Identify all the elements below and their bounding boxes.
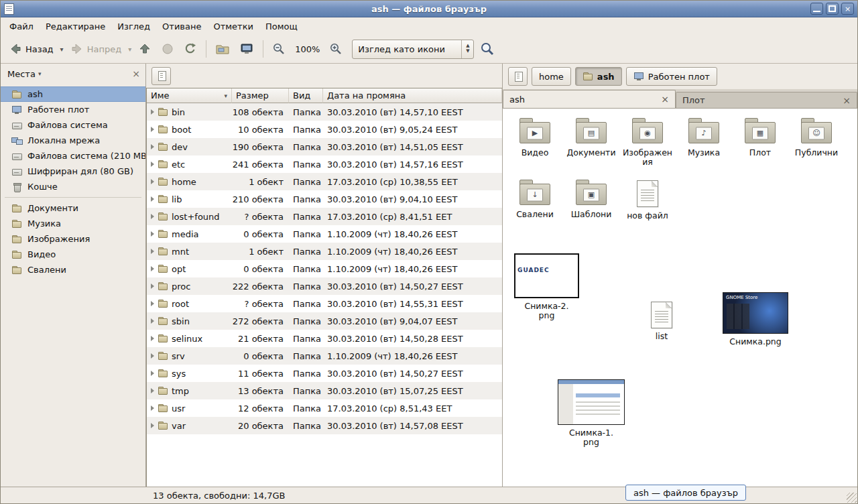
tree-row[interactable]: lib 210 обекта Папка 30.03.2010 (вт) 9,0…	[147, 190, 502, 208]
tree-row[interactable]: tmp 13 обекта Папка 30.03.2010 (вт) 15,0…	[147, 382, 502, 399]
expander-icon[interactable]	[151, 127, 154, 132]
sidebar-item-filesystem[interactable]: Файлова система	[1, 117, 145, 133]
tree-row[interactable]: sbin 272 обекта Папка 30.03.2010 (вт) 9,…	[147, 312, 502, 330]
expander-icon[interactable]	[151, 214, 154, 219]
tree-panel-button[interactable]	[151, 67, 171, 85]
expander-icon[interactable]	[151, 388, 154, 393]
tree-row[interactable]: proc 222 обекта Папка 30.03.2010 (вт) 14…	[147, 277, 502, 295]
sidebar-item-pictures[interactable]: Изображения	[1, 231, 145, 247]
menu-item[interactable]: Отметки	[207, 19, 259, 34]
column-header-date[interactable]: Дата на промяна	[323, 88, 502, 103]
expander-icon[interactable]	[151, 109, 154, 115]
expander-icon[interactable]	[151, 179, 154, 184]
expander-icon[interactable]	[151, 196, 154, 202]
sidebar-title[interactable]: Места	[7, 69, 36, 79]
tab-close-icon[interactable]: ×	[843, 95, 851, 106]
forward-history-dropdown[interactable]: ▾	[127, 43, 133, 56]
expander-icon[interactable]	[151, 144, 154, 149]
titlebar[interactable]: ash — файлов браузър ×	[1, 1, 857, 17]
icon-view-file-new[interactable]: нов файл	[619, 177, 676, 230]
sidebar-item-desktop[interactable]: Работен плот	[1, 102, 145, 117]
sidebar-item-documents[interactable]: Документи	[1, 200, 145, 216]
menu-item[interactable]: Отиване	[156, 19, 207, 34]
expander-icon[interactable]	[151, 301, 154, 306]
tree-row[interactable]: lost+found ? обекта Папка 17.03.2010 (ср…	[147, 208, 502, 225]
menu-item[interactable]: Изглед	[111, 19, 156, 34]
tree-row[interactable]: dev 190 обекта Папка 30.03.2010 (вт) 14,…	[147, 138, 502, 155]
tree-row[interactable]: selinux 21 обекта Папка 30.03.2010 (вт) …	[147, 330, 502, 347]
spinner-arrows-icon[interactable]: ▲ ▼	[461, 40, 473, 58]
sidebar-close-icon[interactable]: ×	[132, 68, 140, 79]
tab-ash[interactable]: ash ×	[503, 90, 676, 108]
maximize-button[interactable]	[826, 3, 839, 15]
tree-row[interactable]: usr 12 обекта Папка 17.03.2010 (ср) 8,51…	[147, 399, 502, 417]
icon-view-folder[interactable]: ◉ Изображения	[619, 115, 676, 177]
menu-item[interactable]: Редактиране	[40, 19, 111, 34]
expander-icon[interactable]	[151, 336, 154, 341]
expander-icon[interactable]	[151, 162, 154, 167]
sidebar-item-videos[interactable]: Видео	[1, 247, 145, 262]
tab-plot[interactable]: Плот ×	[676, 92, 857, 108]
tree-row[interactable]: home 1 обект Папка 17.03.2010 (ср) 10,38…	[147, 173, 502, 190]
sidebar-item-filesystem-210mb[interactable]: Файлова система (210 MB)	[1, 148, 145, 164]
icon-view-folder[interactable]: ▤ Документи	[563, 115, 619, 177]
tree-row[interactable]: opt 0 обекта Папка 1.10.2009 (чт) 18,40,…	[147, 260, 502, 277]
expander-icon[interactable]	[151, 318, 154, 324]
tree-row[interactable]: etc 241 обекта Папка 30.03.2010 (вт) 14,…	[147, 155, 502, 173]
menu-item[interactable]: Помощ	[259, 19, 304, 34]
tree-row[interactable]: bin 108 обекта Папка 30.03.2010 (вт) 14,…	[147, 103, 502, 121]
file-list[interactable]: list	[651, 302, 672, 341]
tree-row[interactable]: root ? обекта Папка 30.03.2010 (вт) 14,5…	[147, 295, 502, 312]
tree-row[interactable]: var 20 обекта Папка 30.03.2010 (вт) 14,5…	[147, 417, 502, 434]
up-button[interactable]	[134, 40, 156, 58]
icon-view-canvas[interactable]: ▶ Видео ▤ Документи ◉ Изо	[503, 109, 857, 487]
back-history-dropdown[interactable]: ▾	[59, 43, 65, 56]
expander-icon[interactable]	[151, 423, 154, 428]
home-button[interactable]	[211, 40, 234, 58]
tree-row[interactable]: sys 11 обекта Папка 30.03.2010 (вт) 14,5…	[147, 365, 502, 382]
forward-button[interactable]: Напред	[66, 40, 125, 58]
expander-icon[interactable]	[151, 249, 154, 254]
sidebar-item-network[interactable]: Локална мрежа	[1, 133, 145, 148]
tree-row[interactable]: media 0 обекта Папка 1.10.2009 (чт) 18,4…	[147, 225, 502, 243]
file-snimka2[interactable]: GUADEC Снимка-2.png	[514, 253, 579, 321]
reload-button[interactable]	[180, 40, 201, 58]
minimize-button[interactable]	[810, 3, 823, 15]
tab-close-icon[interactable]: ×	[661, 94, 669, 105]
icon-view-folder[interactable]: ▦ Плот	[732, 115, 788, 177]
zoom-in-button[interactable]	[325, 40, 347, 58]
back-button[interactable]: Назад	[5, 40, 58, 58]
icon-view-folder[interactable]: ▣ Шаблони	[563, 177, 619, 230]
icon-view-folder[interactable]: ♪ Музика	[676, 115, 732, 177]
sidebar-item-encrypted-volume[interactable]: Шифриран дял (80 GB)	[1, 164, 145, 179]
column-header-type[interactable]: Вид	[289, 88, 323, 103]
chevron-down-icon[interactable]: ▾	[38, 70, 42, 77]
column-header-name[interactable]: Име ▾	[147, 88, 232, 103]
column-header-size[interactable]: Размер	[232, 88, 289, 103]
icon-view-folder[interactable]: ▶ Видео	[507, 115, 563, 177]
file-snimka1[interactable]: Снимка-1.png	[558, 379, 625, 448]
sidebar-item-trash[interactable]: Кошче	[1, 179, 145, 194]
search-button[interactable]	[475, 38, 499, 60]
zoom-out-button[interactable]	[268, 40, 290, 58]
pathbar-root-button[interactable]	[508, 67, 528, 86]
expander-icon[interactable]	[151, 231, 154, 237]
expander-icon[interactable]	[151, 371, 154, 376]
pathbar-button-home[interactable]: home	[532, 67, 571, 86]
tree-row[interactable]: mnt 1 обект Папка 1.10.2009 (чт) 18,40,2…	[147, 243, 502, 260]
expander-icon[interactable]	[151, 266, 154, 271]
expander-icon[interactable]	[151, 405, 154, 411]
tree-row[interactable]: srv 0 обекта Папка 1.10.2009 (чт) 18,40,…	[147, 347, 502, 365]
pathbar-button-desktop[interactable]: Работен плот	[626, 67, 717, 86]
menu-item[interactable]: Файл	[3, 19, 40, 34]
close-button[interactable]: ×	[841, 3, 854, 15]
sidebar-item-downloads[interactable]: Свалени	[1, 262, 145, 277]
tree-row[interactable]: boot 10 обекта Папка 30.03.2010 (вт) 9,0…	[147, 121, 502, 138]
stop-button[interactable]	[157, 40, 178, 58]
computer-button[interactable]	[235, 40, 258, 58]
file-snimka[interactable]: GNOME Store Снимка.png	[723, 292, 788, 346]
sidebar-item-ash[interactable]: ash	[1, 86, 145, 102]
expander-icon[interactable]	[151, 353, 154, 359]
sidebar-item-music[interactable]: Музика	[1, 216, 145, 231]
pathbar-button-ash[interactable]: ash	[575, 67, 622, 86]
